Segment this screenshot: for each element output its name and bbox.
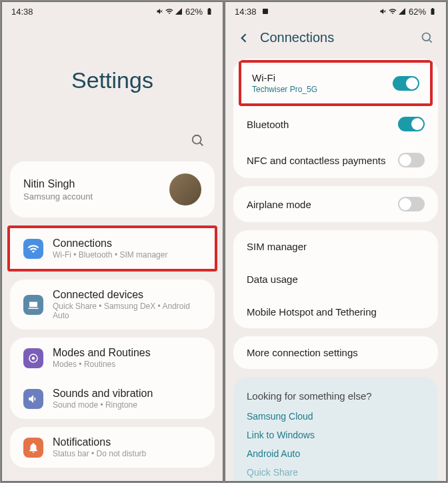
data-usage-label: Data usage: [247, 274, 298, 285]
sounds-sub: Sound mode • Ringtone: [53, 400, 153, 410]
avatar[interactable]: [169, 173, 201, 205]
screenshot-icon: [261, 7, 269, 15]
connections-title: Connections: [53, 237, 167, 250]
suggest-link-link-to-windows[interactable]: Link to Windows: [247, 430, 425, 440]
nfc-toggle[interactable]: [398, 153, 425, 167]
status-time: 14:38: [235, 7, 269, 17]
sim-item[interactable]: SIM manager: [233, 230, 438, 263]
status-bar: 14:38 62%: [225, 2, 446, 21]
back-icon[interactable]: [237, 31, 251, 45]
mute-icon: [156, 7, 164, 15]
connections-item[interactable]: Connections Wi-Fi • Bluetooth • SIM mana…: [10, 228, 215, 269]
notif-sub: Status bar • Do not disturb: [53, 449, 146, 458]
connections-sub: Wi-Fi • Bluetooth • SIM manager: [53, 250, 167, 260]
connections-title: Connections: [260, 30, 334, 45]
battery-percent: 62%: [409, 7, 426, 17]
search-icon[interactable]: [191, 133, 205, 148]
suggest-link-quick-share[interactable]: Quick Share: [247, 467, 425, 478]
status-right: 62%: [156, 7, 213, 17]
notifications-icon: [23, 438, 43, 458]
wifi-highlight: Wi-Fi Techwiser Pro_5G: [239, 60, 433, 106]
status-right: 62%: [379, 7, 437, 17]
hotspot-item[interactable]: Mobile Hotspot and Tethering: [233, 296, 438, 328]
bluetooth-item[interactable]: Bluetooth: [233, 106, 438, 142]
wifi-icon: [165, 7, 173, 15]
svg-rect-2: [263, 9, 268, 14]
battery-icon: [205, 7, 213, 15]
svg-point-1: [32, 356, 35, 360]
wifi-label: Wi-Fi: [252, 72, 317, 83]
notif-title: Notifications: [53, 436, 146, 448]
modes-icon: [23, 348, 43, 368]
status-icons: [379, 7, 406, 15]
modes-item[interactable]: Modes and Routines Modes • Routines: [10, 338, 215, 378]
hotspot-label: Mobile Hotspot and Tethering: [247, 306, 377, 318]
signal-icon: [175, 7, 183, 15]
modes-sub: Modes • Routines: [53, 360, 151, 369]
suggest-link-samsung-cloud[interactable]: Samsung Cloud: [247, 411, 425, 422]
search-icon[interactable]: [421, 31, 434, 45]
more-settings-item[interactable]: More connection settings: [233, 336, 438, 369]
mute-icon: [379, 7, 387, 15]
account-card[interactable]: Nitin Singh Samsung account: [10, 161, 215, 217]
airplane-toggle[interactable]: [398, 197, 425, 211]
suggest-title: Looking for something else?: [247, 390, 425, 402]
more-label: More connection settings: [247, 347, 358, 358]
wifi-item[interactable]: Wi-Fi Techwiser Pro_5G: [241, 63, 430, 103]
suggestions-card: Looking for something else? Samsung Clou…: [233, 377, 438, 481]
suggest-link-android-auto[interactable]: Android Auto: [247, 448, 425, 459]
connections-screen: 14:38 62% Connections W: [225, 1, 447, 482]
page-title: Settings: [2, 21, 223, 133]
battery-icon: [429, 7, 437, 15]
connections-highlight: Connections Wi-Fi • Bluetooth • SIM mana…: [7, 225, 217, 272]
battery-percent: 62%: [185, 7, 203, 17]
sounds-icon: [23, 389, 43, 409]
status-time: 14:38: [11, 7, 33, 17]
sounds-item[interactable]: Sounds and vibration Sound mode • Ringto…: [10, 378, 215, 419]
modes-title: Modes and Routines: [53, 347, 151, 359]
connections-icon: [23, 239, 43, 259]
nfc-item[interactable]: NFC and contactless payments: [233, 142, 438, 178]
devices-title: Connected devices: [53, 289, 201, 301]
notifications-item[interactable]: Notifications Status bar • Do not distur…: [10, 427, 215, 468]
bluetooth-label: Bluetooth: [247, 119, 289, 130]
bluetooth-toggle[interactable]: [398, 117, 425, 131]
status-icons: [156, 7, 183, 15]
account-name: Nitin Singh: [23, 178, 93, 190]
wifi-icon: [389, 7, 397, 15]
airplane-label: Airplane mode: [247, 199, 311, 210]
wifi-toggle[interactable]: [393, 76, 419, 91]
settings-screen: 14:38 62% Settings Nitin Singh Samsung a…: [1, 1, 223, 482]
connected-devices-item[interactable]: Connected devices Quick Share • Samsung …: [10, 280, 215, 330]
data-usage-item[interactable]: Data usage: [233, 263, 438, 296]
sim-label: SIM manager: [247, 241, 307, 252]
signal-icon: [398, 7, 406, 15]
connections-header: Connections: [225, 21, 446, 59]
airplane-item[interactable]: Airplane mode: [233, 186, 438, 222]
status-bar: 14:38 62%: [2, 2, 223, 21]
devices-icon: [23, 295, 43, 315]
nfc-label: NFC and contactless payments: [247, 155, 385, 166]
account-sub: Samsung account: [23, 191, 93, 201]
devices-sub: Quick Share • Samsung DeX • Android Auto: [53, 302, 201, 320]
wifi-network: Techwiser Pro_5G: [252, 85, 317, 94]
sounds-title: Sounds and vibration: [53, 388, 153, 400]
